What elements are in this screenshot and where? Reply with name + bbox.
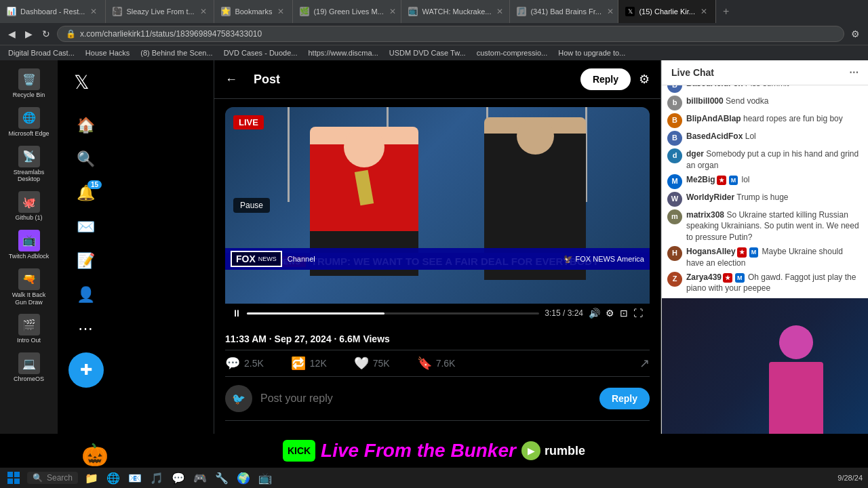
reply-button-top[interactable]: Reply — [580, 68, 631, 90]
taskbar-icon-5[interactable]: 💬 — [170, 470, 186, 486]
tab-badbrains[interactable]: 🎵 (341) Bad Brains Fr... ✕ — [510, 0, 618, 23]
reply-count: 2.5K — [244, 358, 264, 369]
chat-avatar: d — [667, 148, 682, 163]
new-tab-button[interactable]: + — [716, 0, 736, 23]
post-settings-button[interactable]: ⚙ — [639, 72, 650, 87]
taskbar-search[interactable]: 🔍 Search — [27, 472, 78, 484]
back-button[interactable]: ← — [225, 73, 237, 87]
post-views-label: Views — [363, 333, 389, 344]
bookmark-3[interactable]: (8) Behind the Scen... — [138, 47, 215, 58]
sidebar-item-grok[interactable]: 📝 — [68, 245, 102, 277]
twitter-main: ← Post Reply ⚙ — [214, 60, 661, 434]
like-action[interactable]: 🤍 75K — [354, 356, 390, 371]
tab-charliekirk[interactable]: 𝕏 (15) Charlie Kir... ✕ — [618, 0, 716, 23]
chat-avatar: b — [667, 96, 682, 110]
rumble-text: rumble — [545, 444, 585, 458]
sidebar-item-notifications[interactable]: 🔔 15 — [68, 178, 102, 209]
reply-submit-button[interactable]: Reply — [599, 388, 650, 409]
taskbar-icon-2[interactable]: 🌐 — [105, 470, 121, 486]
retweet-action[interactable]: 🔁 12K — [291, 356, 327, 371]
chat-content: WorldyRider Trump is huge — [686, 192, 789, 203]
sidebar-item-explore[interactable]: 🔍 — [68, 144, 102, 175]
tab-close-badbrains[interactable]: ✕ — [606, 5, 615, 18]
sidebar-item-profile[interactable]: 👤 — [68, 279, 102, 310]
bookmark-8[interactable]: How to upgrade to... — [555, 47, 628, 58]
chromeos-label: ChromeOS — [14, 375, 44, 383]
url-bar[interactable]: 🔒 x.com/charliekirk11/status/18396989475… — [57, 26, 844, 42]
chat-content: Me2Big★M lol — [686, 174, 750, 186]
video-background — [225, 107, 650, 304]
tab-favicon-greenlives: 🌿 — [300, 7, 309, 16]
bookmark-1[interactable]: Digital Broad Cast... — [5, 47, 77, 58]
desktop-icon-intro[interactable]: 🎬 Intro Out — [3, 311, 54, 347]
desktop-icon-streamlabs[interactable]: 📡 Streamlabs Desktop — [3, 143, 54, 186]
chat-text: Piss summit — [745, 85, 789, 88]
bookmark-action[interactable]: 🔖 7.6K — [417, 356, 456, 371]
chat-avatar: m — [667, 209, 682, 224]
badge-blue: M — [749, 247, 759, 258]
edge-icon: 🌐 — [18, 107, 40, 129]
fullscreen-button[interactable]: ⛶ — [633, 308, 643, 319]
tab-close-dashboard[interactable]: ✕ — [89, 5, 98, 18]
compose-button[interactable]: ✚ — [68, 352, 104, 388]
settings-control[interactable]: ⚙ — [606, 308, 614, 319]
forward-nav-button[interactable]: ▶ — [22, 26, 35, 42]
reply-icon: 💬 — [225, 356, 240, 371]
bookmark-7[interactable]: custom-compressio... — [474, 47, 551, 58]
taskbar-icon-chrome[interactable]: 🌍 — [235, 470, 252, 486]
chat-options-button[interactable]: ⋯ — [849, 67, 859, 78]
reply-action[interactable]: 💬 2.5K — [225, 356, 264, 371]
bookmark-5[interactable]: https://www.discma... — [305, 47, 380, 58]
taskbar-icon-6[interactable]: 🎮 — [192, 470, 208, 486]
reply-input[interactable] — [260, 392, 591, 405]
extensions-button[interactable]: ⚙ — [848, 26, 863, 42]
twitter-sidebar: 𝕏 🏠 🔍 🔔 15 ✉️ 📝 👤 ⋯ ✚ — [58, 60, 214, 434]
desktop-icon-walkitback[interactable]: 🔫 Walk It Back Gun Draw — [3, 266, 54, 309]
badge-red: ★ — [737, 247, 747, 258]
taskbar-icon-1[interactable]: 📁 — [83, 470, 100, 486]
bookmark-4[interactable]: DVD Cases - Duode... — [221, 47, 300, 58]
play-triangle: ▶ — [528, 445, 535, 456]
taskbar-icon-7[interactable]: 🔧 — [214, 470, 230, 486]
windows-start-button[interactable] — [5, 470, 22, 486]
taskbar-icon-4[interactable]: 🎵 — [149, 470, 165, 486]
tab-close-charliekirk[interactable]: ✕ — [699, 5, 709, 18]
pip-button[interactable]: ⊡ — [620, 308, 628, 319]
tab-sleazy[interactable]: 🎥 Sleazy Live From t... ✕ — [106, 0, 214, 23]
desktop-icon-recycle[interactable]: 🗑️ Recycle Bin — [3, 66, 54, 102]
grok-icon: 📝 — [77, 252, 94, 270]
tab-dashboard[interactable]: 📊 Dashboard - Rest... ✕ — [0, 0, 106, 23]
desktop-icon-chromeos[interactable]: 💻 ChromeOS — [3, 350, 54, 386]
sidebar-item-messages[interactable]: ✉️ — [68, 211, 102, 243]
tab-bookmarks[interactable]: ⭐ Bookmarks ✕ — [214, 0, 293, 23]
sidebar-item-more[interactable]: ⋯ — [68, 313, 102, 344]
taskbar-icon-8[interactable]: 📺 — [257, 470, 273, 486]
volume-button[interactable]: 🔊 — [589, 308, 600, 319]
bookmark-2[interactable]: House Hacks — [83, 47, 132, 58]
chat-username: Zarya439 — [686, 272, 722, 282]
tab-greenlives[interactable]: 🌿 (19) Green Lives M... ✕ — [293, 0, 401, 23]
chat-username: BlipAndABlap — [686, 114, 741, 123]
pause-button[interactable]: Pause — [233, 198, 270, 213]
video-progress-bar[interactable] — [247, 312, 539, 314]
tab-close-watch[interactable]: ✕ — [495, 5, 505, 18]
trump-head — [344, 127, 384, 167]
tab-close-bookmarks[interactable]: ✕ — [276, 5, 285, 18]
back-nav-button[interactable]: ◀ — [5, 26, 18, 42]
tab-watch[interactable]: 📺 WATCH: Muckrake... ✕ — [401, 0, 510, 23]
reload-button[interactable]: ↻ — [39, 26, 53, 42]
tab-close-sleazy[interactable]: ✕ — [199, 5, 208, 18]
play-pause-control[interactable]: ⏸ — [232, 308, 241, 319]
desktop-icon-twitch[interactable]: 📺 Twitch Adblock — [3, 227, 54, 263]
taskbar-icon-3[interactable]: 📧 — [127, 470, 143, 486]
twitter-logo[interactable]: 𝕏 — [68, 66, 95, 99]
chat-message: H HogansAlley★M Maybe Ukraine should hav… — [667, 246, 863, 269]
sidebar-item-home[interactable]: 🏠 — [68, 110, 102, 141]
desktop-icon-edge[interactable]: 🌐 Microsoft Edge — [3, 104, 54, 140]
desktop-icon-github[interactable]: 🐙 Github (1) — [3, 188, 54, 224]
share-button[interactable]: ↗ — [639, 356, 650, 371]
bookmark-6[interactable]: USDM DVD Case Tw... — [387, 47, 469, 58]
twitter-page: 𝕏 🏠 🔍 🔔 15 ✉️ 📝 👤 ⋯ ✚ — [58, 60, 868, 434]
live-badge: LIVE — [233, 115, 264, 129]
tab-close-greenlives[interactable]: ✕ — [388, 5, 397, 18]
